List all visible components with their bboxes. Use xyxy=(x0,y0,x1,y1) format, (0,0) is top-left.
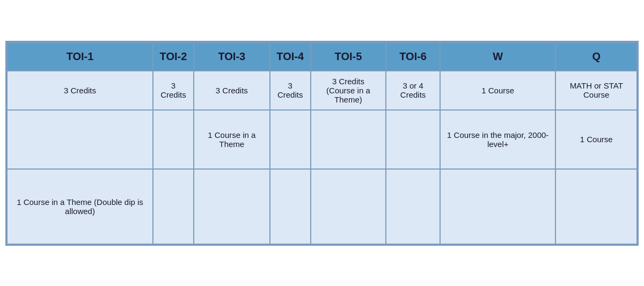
table-row-1: 3 Credits3 Credits3 Credits3 Credits3 Cr… xyxy=(7,71,637,110)
cell-r2c3: 1 Course in a Theme xyxy=(194,110,270,169)
header-row: TOI-1TOI-2TOI-3TOI-4TOI-5TOI-6WQ xyxy=(7,42,637,71)
cell-r1c7: 1 Course xyxy=(440,71,556,110)
cell-r2c1 xyxy=(7,110,153,169)
col-header-q: Q xyxy=(555,42,637,71)
col-header-toi5: TOI-5 xyxy=(311,42,386,71)
cell-r2c5 xyxy=(311,110,386,169)
cell-r3c6 xyxy=(386,169,440,244)
cell-r2c6 xyxy=(386,110,440,169)
cell-r1c4: 3 Credits xyxy=(270,71,311,110)
cell-r1c1: 3 Credits xyxy=(7,71,153,110)
cell-r3c7 xyxy=(440,169,556,244)
cell-r1c3: 3 Credits xyxy=(194,71,270,110)
col-header-toi1: TOI-1 xyxy=(7,42,153,71)
col-header-toi3: TOI-3 xyxy=(194,42,270,71)
cell-r2c8: 1 Course xyxy=(555,110,637,169)
col-header-toi6: TOI-6 xyxy=(386,42,440,71)
col-header-toi4: TOI-4 xyxy=(270,42,311,71)
cell-r3c3 xyxy=(194,169,270,244)
cell-r2c7: 1 Course in the major, 2000-level+ xyxy=(440,110,556,169)
table-row-3: 1 Course in a Theme (Double dip is allow… xyxy=(7,169,637,244)
cell-r3c1: 1 Course in a Theme (Double dip is allow… xyxy=(7,169,153,244)
col-header-w: W xyxy=(440,42,556,71)
requirements-table: TOI-1TOI-2TOI-3TOI-4TOI-5TOI-6WQ 3 Credi… xyxy=(6,42,638,245)
main-table-wrapper: TOI-1TOI-2TOI-3TOI-4TOI-5TOI-6WQ 3 Credi… xyxy=(5,41,639,246)
cell-r1c2: 3 Credits xyxy=(153,71,194,110)
table-row-2: 1 Course in a Theme1 Course in the major… xyxy=(7,110,637,169)
cell-r1c8: MATH or STAT Course xyxy=(555,71,637,110)
cell-r3c8 xyxy=(555,169,637,244)
cell-r2c2 xyxy=(153,110,194,169)
cell-r3c2 xyxy=(153,169,194,244)
col-header-toi2: TOI-2 xyxy=(153,42,194,71)
cell-r3c4 xyxy=(270,169,311,244)
cell-r1c5: 3 Credits(Course in a Theme) xyxy=(311,71,386,110)
cell-r1c6: 3 or 4 Credits xyxy=(386,71,440,110)
cell-r3c5 xyxy=(311,169,386,244)
cell-r2c4 xyxy=(270,110,311,169)
